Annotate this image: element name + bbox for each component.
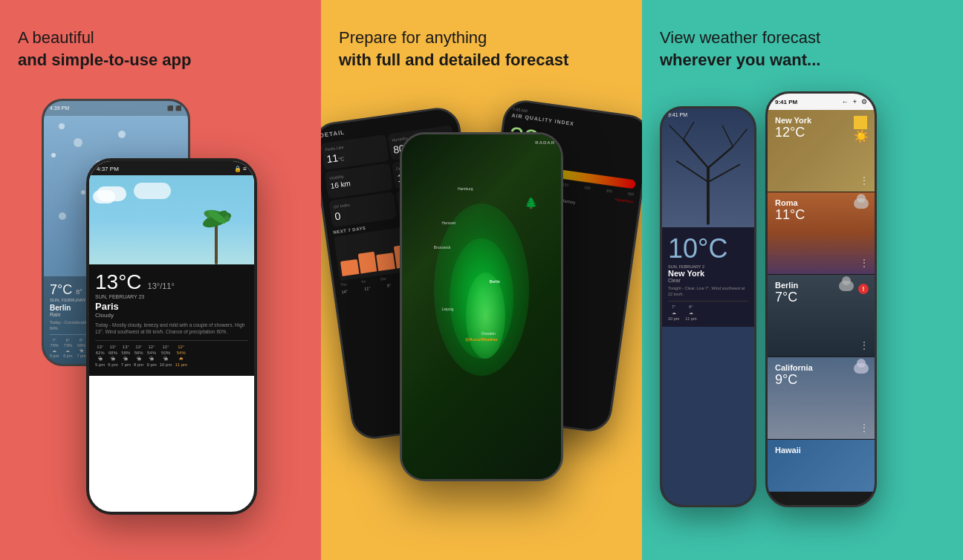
front-date: SUN, FEBRUARY 23 <box>95 294 248 299</box>
hawaii-name: Hawaii <box>775 446 867 455</box>
tagline-bold-left: and simple-to-use app <box>18 51 191 69</box>
radar-screen: RADAR Hamburg Hanover Brunswick Leipzig … <box>402 134 561 479</box>
back-icon[interactable]: ← <box>842 98 849 105</box>
phone-ny-detail: 9:41 PM 10°C SUN, FEBRUARY 2 New York Cl… <box>660 106 756 507</box>
berlin-alert-icon: ! <box>858 281 869 294</box>
locations-icons: ← + ⚙ <box>842 98 867 105</box>
phone-locations: 9:41 PM ← + ⚙ New York 12°C <box>765 91 877 507</box>
location-card-roma[interactable]: Roma 11°C ⋮ <box>768 192 875 274</box>
phones-container-left: 4:39 PM ⬛ ⬛ 7°C 8° SUN, FEBRUARY 23 <box>42 99 279 515</box>
ny-condition: Clear <box>668 278 748 283</box>
roma-menu[interactable]: ⋮ <box>860 258 869 268</box>
ny-city: New York <box>668 269 748 278</box>
palm-svg <box>202 190 232 264</box>
front-time: 4:37 PM <box>97 166 119 172</box>
svg-line-13 <box>722 126 733 147</box>
right-phones-container: 9:41 PM 10°C SUN, FEBRUARY 2 New York Cl… <box>660 91 945 522</box>
phone-radar: RADAR Hamburg Hanover Brunswick Leipzig … <box>400 132 563 481</box>
front-temp: 13°C <box>95 270 142 294</box>
ny-menu[interactable]: ⋮ <box>860 175 869 186</box>
location-card-hawaii[interactable]: Hawaii <box>768 440 875 492</box>
svg-line-8 <box>676 161 708 183</box>
ny-temp-display: 10°C <box>668 233 748 264</box>
locations-screen: 9:41 PM ← + ⚙ New York 12°C <box>768 94 875 505</box>
add-icon[interactable]: + <box>853 98 857 105</box>
berlin-temp: 7°C <box>775 290 867 305</box>
california-temp: 9°C <box>775 372 867 388</box>
branches-svg <box>662 108 754 227</box>
front-icons: 🔒 ≡ <box>234 166 247 172</box>
locations-time: 9:41 PM <box>775 99 797 105</box>
front-detail: Today - Mostly cloudy, breezy and mild w… <box>95 322 248 335</box>
panel-left: A beautiful and simple-to-use app 4:39 P… <box>0 0 321 560</box>
front-topbar: 4:37 PM 🔒 ≡ <box>89 161 254 175</box>
settings-icon[interactable]: ⚙ <box>861 98 867 105</box>
mid-phones-container: DETAIL Feels Like 11°C Humidity 80% Visi… <box>339 91 624 522</box>
front-city: Paris <box>95 301 248 312</box>
svg-line-9 <box>708 165 740 183</box>
svg-line-10 <box>669 126 684 140</box>
tagline-bold-right: wherever you want... <box>660 51 820 69</box>
ny-time: 9:41 PM <box>668 112 687 117</box>
back-phone-time: 4:39 PM <box>50 105 69 111</box>
front-condition: Cloudy <box>95 312 248 319</box>
svg-line-6 <box>684 140 708 168</box>
front-temp-range: 13°/11° <box>148 281 175 290</box>
berlin-menu[interactable]: ⋮ <box>860 340 869 351</box>
svg-line-12 <box>733 129 747 147</box>
tagline-normal-mid: Prepare for anything <box>339 28 487 47</box>
svg-line-7 <box>708 147 733 169</box>
tagline-normal-right: View weather forecast <box>660 28 820 47</box>
california-menu[interactable]: ⋮ <box>860 423 869 433</box>
roma-temp: 11°C <box>775 207 867 223</box>
radar-label: RADAR <box>535 140 555 145</box>
locations-topbar: 9:41 PM ← + ⚙ <box>768 94 875 110</box>
weather-info: 13°C 13°/11° SUN, FEBRUARY 23 Paris Clou… <box>89 264 254 375</box>
location-card-ny[interactable]: New York 12°C ☀️ ⋮ <box>768 110 875 192</box>
location-card-berlin[interactable]: Berlin 7°C ! ⋮ <box>768 275 875 356</box>
california-cloud-icon <box>854 363 869 374</box>
front-hourly: 13°61%🌦5 pm 13°68%🌦6 pm 13°58%🌦7 pm 13°5… <box>95 340 248 367</box>
roma-cloud-icon <box>854 198 869 209</box>
ny-sun-icon: ☀️ <box>854 116 869 143</box>
hawaii-content: Hawaii <box>768 440 875 492</box>
panel-right: View weather forecast wherever you want.… <box>642 0 963 560</box>
berlin-cloud-icon <box>839 281 854 291</box>
tagline-bold-mid: with full and detailed forecast <box>339 51 568 69</box>
svg-line-11 <box>684 122 694 140</box>
ny-detail: Tonight - Clear. Low 7°. Wind southwest … <box>668 286 748 297</box>
tagline-normal-left: A beautiful <box>18 28 94 47</box>
panel-mid: Prepare for anything with full and detai… <box>321 0 642 560</box>
ny-sky: 9:41 PM <box>662 108 754 227</box>
location-card-california[interactable]: California 9°C ⋮ <box>768 357 875 439</box>
phone-front: 4:37 PM 🔒 ≡ 13°C <box>86 158 257 515</box>
tagline-left: A beautiful and simple-to-use app <box>18 27 303 71</box>
tagline-right: View weather forecast wherever you want.… <box>660 27 945 71</box>
ny-detail-screen: 9:41 PM 10°C SUN, FEBRUARY 2 New York Cl… <box>662 108 754 505</box>
sky-image <box>89 175 254 264</box>
back-phone-icons: ⬛ ⬛ <box>167 105 182 111</box>
tagline-mid: Prepare for anything with full and detai… <box>339 27 624 71</box>
